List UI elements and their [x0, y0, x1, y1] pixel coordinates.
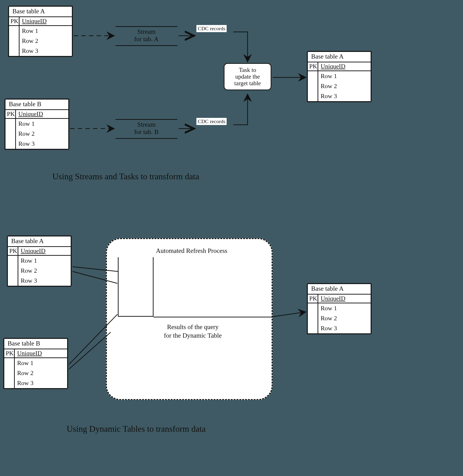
table-title: Base table A — [9, 7, 72, 17]
table-output-d2: Base table A PK UniqueID Row 1 Row 2 Row… — [307, 283, 371, 334]
table-title: Base table B — [6, 99, 68, 110]
table-row: Row 1 — [16, 119, 68, 129]
table-row: Row 3 — [19, 46, 72, 56]
caption-diagram2: Using Dynamic Tables to transform data — [67, 424, 206, 434]
table-title: Base table A — [308, 52, 371, 62]
pk-header: PK — [308, 62, 318, 71]
table-row: Row 3 — [16, 139, 68, 149]
table-title: Base table B — [4, 339, 67, 349]
uid-header: UniqueID — [16, 110, 68, 118]
table-base-a-d2: Base table A PK UniqueID Row 1 Row 2 Row… — [7, 236, 71, 287]
cdc-records-b: CDC records — [196, 118, 227, 125]
pk-header: PK — [8, 247, 18, 255]
table-row: Row 2 — [16, 129, 68, 139]
refresh-title: Automated Refresh Process — [136, 246, 248, 255]
stream-a-label: Stream for tab. A — [117, 28, 176, 43]
table-row: Row 1 — [18, 256, 71, 266]
cdc-records-a: CDC records — [196, 25, 227, 32]
task-box: Task to update the target table — [224, 63, 271, 90]
table-base-a-d1: Base table A PK UniqueID Row 1 Row 2 Row… — [8, 6, 73, 57]
stream-b-bottom-line — [116, 138, 177, 139]
pk-header: PK — [4, 349, 15, 357]
pk-header: PK — [9, 17, 19, 25]
uid-header: UniqueID — [15, 349, 67, 357]
stream-a-bottom-line — [116, 45, 177, 46]
pk-header: PK — [6, 110, 16, 118]
pk-header: PK — [308, 295, 318, 303]
table-row: Row 1 — [318, 303, 371, 313]
uid-header: UniqueID — [19, 17, 72, 25]
table-row: Row 2 — [18, 266, 71, 276]
table-base-b-d2: Base table B PK UniqueID Row 1 Row 2 Row… — [4, 338, 68, 389]
table-base-b-d1: Base table B PK UniqueID Row 1 Row 2 Row… — [5, 99, 69, 150]
uid-header: UniqueID — [318, 295, 371, 303]
stream-b-label: Stream for tab. B — [117, 121, 176, 136]
table-output-d1: Base table A PK UniqueID Row 1 Row 2 Row… — [307, 51, 371, 102]
table-title: Base table A — [308, 284, 371, 295]
table-row: Row 2 — [318, 81, 371, 91]
table-row: Row 2 — [318, 313, 371, 323]
table-row: Row 1 — [318, 71, 371, 81]
stream-b-top-line — [116, 119, 177, 120]
refresh-bottom-line — [153, 317, 273, 317]
table-row: Row 2 — [19, 36, 72, 46]
stream-a-top-line — [116, 26, 177, 27]
table-row: Row 3 — [18, 276, 71, 286]
refresh-inner-rect — [118, 257, 153, 317]
table-title: Base table A — [8, 236, 71, 247]
caption-diagram1: Using Streams and Tasks to transform dat… — [52, 171, 199, 181]
uid-header: UniqueID — [318, 62, 371, 71]
table-row: Row 1 — [15, 358, 67, 368]
result-label: Results of the query for the Dynamic Tab… — [145, 323, 240, 340]
table-row: Row 1 — [19, 26, 72, 36]
table-row: Row 3 — [15, 378, 67, 388]
table-row: Row 3 — [318, 91, 371, 101]
table-row: Row 3 — [318, 323, 371, 333]
table-row: Row 2 — [15, 368, 67, 378]
uid-header: UniqueID — [18, 247, 71, 255]
